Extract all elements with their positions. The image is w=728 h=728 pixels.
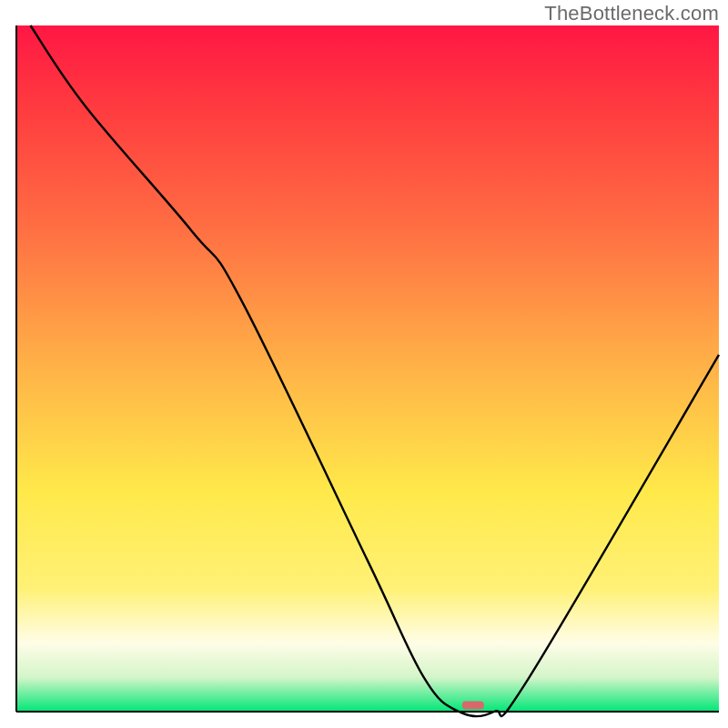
plot-background (16, 25, 719, 712)
chart-container: TheBottleneck.com (0, 0, 728, 728)
optimal-point-marker (462, 701, 484, 709)
bottleneck-plot (0, 0, 728, 728)
